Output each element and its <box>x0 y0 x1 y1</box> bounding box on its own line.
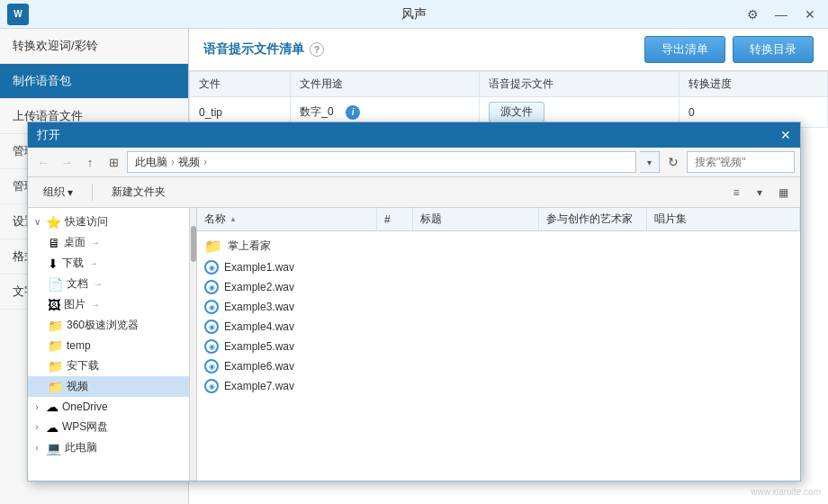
path-part-pc: 此电脑 <box>135 155 167 170</box>
app-title: 风声 <box>401 6 427 22</box>
window-controls: ⚙ — ✕ <box>742 4 821 25</box>
tree-item-onedrive[interactable]: › ☁ OneDrive <box>28 397 189 417</box>
wav-icon-6: ◉ <box>204 359 219 374</box>
col-header-name[interactable]: 名称 ▲ <box>197 208 377 230</box>
address-bar: ← → ↑ ⊞ 此电脑 › 视频 › ▾ ↻ <box>28 148 800 177</box>
col-header-title[interactable]: 标题 <box>413 208 539 230</box>
content-title: 语音提示文件清单 ? <box>203 41 324 58</box>
quick-access-icon: ⭐ <box>46 215 61 230</box>
tree-item-360browser[interactable]: 📁 360极速浏览器 <box>28 315 189 336</box>
sidebar-item-convert-greeting[interactable]: 转换欢迎词/彩铃 <box>0 29 188 64</box>
documents-arrow: → <box>94 279 103 289</box>
col-header-num[interactable]: # <box>377 208 413 230</box>
grid-view-btn[interactable]: ⊞ <box>104 152 123 172</box>
header-buttons: 导出清单 转换目录 <box>644 36 814 63</box>
onedrive-label: OneDrive <box>62 400 108 413</box>
tree-scrollbar[interactable] <box>190 208 197 481</box>
info-icon[interactable]: i <box>346 105 360 120</box>
tree-item-videos[interactable]: 📁 视频 <box>28 376 189 397</box>
tree-item-wps[interactable]: › ☁ WPS网盘 <box>28 417 189 437</box>
file-dialog: 打开 ✕ ← → ↑ ⊞ 此电脑 › 视频 › ▾ ↻ 组织 ▾ <box>27 122 801 482</box>
thispc-toggle: › <box>32 443 42 453</box>
address-path: 此电脑 › 视频 › <box>127 151 636 173</box>
wav-icon-5: ◉ <box>204 339 219 354</box>
list-item-wav7[interactable]: ◉ Example7.wav <box>197 376 800 396</box>
help-icon[interactable]: ? <box>310 42 324 57</box>
list-item-wav6[interactable]: ◉ Example6.wav <box>197 356 800 376</box>
organize-btn[interactable]: 组织 ▾ <box>35 181 81 203</box>
toolbar-sep <box>92 184 93 201</box>
toolbar-row: 组织 ▾ 新建文件夹 ≡ ▾ ▦ <box>28 177 800 208</box>
search-input[interactable] <box>687 151 795 173</box>
onedrive-icon: ☁ <box>46 400 58 414</box>
wav-icon-1: ◉ <box>204 260 219 274</box>
list-view-icon[interactable]: ≡ <box>726 183 746 202</box>
list-item-wav1[interactable]: ◉ Example1.wav <box>197 257 800 277</box>
pictures-label: 图片 <box>64 297 86 312</box>
andown-icon: 📁 <box>48 359 63 374</box>
dialog-titlebar: 打开 ✕ <box>28 122 800 148</box>
organize-label: 组织 <box>43 184 65 200</box>
videos-label: 视频 <box>67 379 88 394</box>
wps-toggle: › <box>32 422 42 432</box>
list-item-wav2[interactable]: ◉ Example2.wav <box>197 277 800 297</box>
organize-arrow: ▾ <box>68 186 73 199</box>
app-logo: W <box>7 4 29 25</box>
list-item-wav3[interactable]: ◉ Example3.wav <box>197 297 800 317</box>
sidebar-item-make-pack[interactable]: 制作语音包 <box>0 64 188 99</box>
wav-icon-3: ◉ <box>204 300 219 314</box>
file-table: 文件 文件用途 语音提示文件 转换进度 0_tip 数字_0 i <box>189 71 828 128</box>
list-item-folder[interactable]: 📁 掌上看家 <box>197 235 800 257</box>
col-usage: 文件用途 <box>291 72 480 97</box>
dialog-close-btn[interactable]: ✕ <box>780 128 791 142</box>
detail-view-icon[interactable]: ▦ <box>773 183 793 202</box>
tree-item-quick-access[interactable]: ∨ ⭐ 快速访问 <box>28 212 189 232</box>
wav-icon-2: ◉ <box>204 280 219 294</box>
list-item-wav5[interactable]: ◉ Example5.wav <box>197 337 800 356</box>
tree-item-temp[interactable]: 📁 temp <box>28 336 189 356</box>
new-folder-btn[interactable]: 新建文件夹 <box>104 181 174 203</box>
folder-name: 掌上看家 <box>228 238 271 254</box>
content-header: 语音提示文件清单 ? 导出清单 转换目录 <box>189 29 828 71</box>
documents-label: 文档 <box>67 276 88 292</box>
forward-btn[interactable]: → <box>57 152 76 172</box>
export-btn[interactable]: 导出清单 <box>644 36 725 63</box>
col-header-album[interactable]: 唱片集 <box>647 208 800 230</box>
list-item-wav4[interactable]: ◉ Example4.wav <box>197 317 800 337</box>
downloads-icon: ⬇ <box>48 256 58 271</box>
folder-icon: 📁 <box>204 238 222 255</box>
downloads-label: 下载 <box>62 256 84 271</box>
new-folder-label: 新建文件夹 <box>112 184 166 200</box>
settings-button[interactable]: ⚙ <box>742 4 763 25</box>
desktop-arrow: → <box>91 238 100 248</box>
file-list-header: 名称 ▲ # 标题 参与创作的艺术家 唱片集 <box>197 208 800 231</box>
documents-icon: 📄 <box>48 277 63 292</box>
tree-item-downloads[interactable]: ⬇ 下载 → <box>28 253 189 274</box>
wav-name-4: Example4.wav <box>224 320 294 333</box>
file-items: 📁 掌上看家 ◉ Example1.wav ◉ Example2.wav ◉ <box>197 231 800 400</box>
close-button[interactable]: ✕ <box>799 4 821 25</box>
address-dropdown[interactable]: ▾ <box>640 151 660 173</box>
refresh-btn[interactable]: ↻ <box>663 152 683 172</box>
tree-item-documents[interactable]: 📄 文档 → <box>28 274 189 294</box>
col-progress: 转换进度 <box>680 72 828 97</box>
col-header-artist[interactable]: 参与创作的艺术家 <box>539 208 647 230</box>
pictures-arrow: → <box>91 300 100 310</box>
wav-name-2: Example2.wav <box>224 281 294 293</box>
360browser-label: 360极速浏览器 <box>67 318 139 333</box>
tree-item-desktop[interactable]: 🖥 桌面 → <box>28 232 189 253</box>
convert-btn[interactable]: 转换目录 <box>733 36 814 63</box>
downloads-arrow: → <box>89 258 98 268</box>
back-btn[interactable]: ← <box>33 152 53 172</box>
tree-item-pictures[interactable]: 🖼 图片 → <box>28 294 189 315</box>
up-btn[interactable]: ↑ <box>80 152 100 172</box>
minimize-button[interactable]: — <box>770 4 792 25</box>
tree-item-thispc[interactable]: › 💻 此电脑 <box>28 437 189 458</box>
wps-icon: ☁ <box>46 420 58 435</box>
wav-icon-4: ◉ <box>204 320 219 334</box>
source-file-btn[interactable]: 源文件 <box>489 102 544 122</box>
view-dropdown-icon[interactable]: ▾ <box>750 183 770 202</box>
tree-item-andown[interactable]: 📁 安下载 <box>28 356 189 376</box>
toolbar-right: ≡ ▾ ▦ <box>726 183 793 202</box>
titlebar: W 风声 ⚙ — ✕ <box>0 0 828 29</box>
